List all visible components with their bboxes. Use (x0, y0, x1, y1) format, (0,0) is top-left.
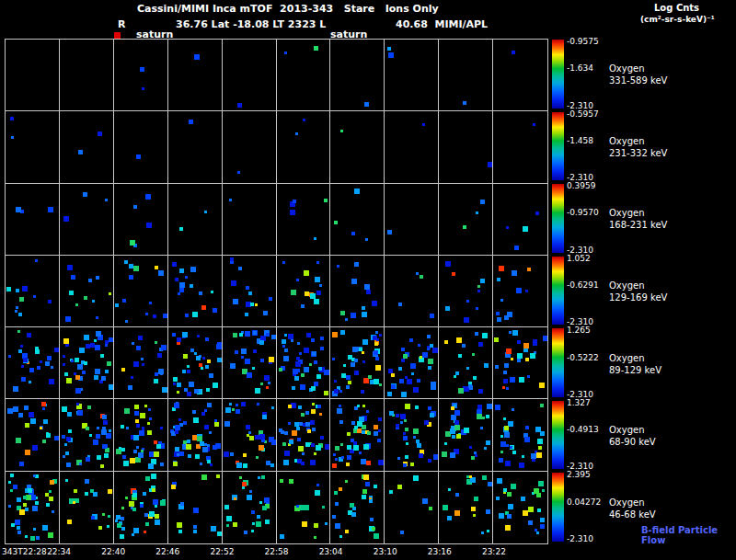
data-pixel (11, 136, 14, 139)
data-pixel (341, 456, 344, 459)
data-pixel (311, 386, 316, 391)
spectrogram-panel (223, 184, 277, 256)
data-pixel (478, 342, 483, 347)
data-pixel (469, 446, 472, 449)
data-pixel (539, 383, 545, 388)
data-pixel (109, 337, 113, 342)
data-pixel (207, 360, 211, 363)
data-pixel (172, 333, 176, 337)
spectrogram-panel (114, 472, 168, 543)
data-pixel (65, 316, 71, 322)
data-pixel (247, 495, 252, 500)
data-pixel (75, 388, 81, 394)
data-pixel (362, 351, 364, 354)
data-pixel (387, 47, 391, 51)
data-pixel (314, 46, 318, 51)
data-pixel (398, 367, 402, 371)
data-pixel (361, 459, 366, 464)
data-pixel (33, 474, 36, 477)
data-pixel (322, 506, 325, 509)
data-pixel (496, 497, 500, 500)
data-pixel (145, 476, 150, 481)
data-pixel (193, 508, 199, 513)
time-tick-label: 22:40 (101, 547, 125, 556)
data-pixel (130, 458, 135, 463)
data-pixel (303, 119, 305, 121)
data-pixel (98, 131, 102, 136)
data-pixel (312, 351, 316, 356)
data-pixel (334, 380, 337, 383)
data-pixel (202, 357, 205, 360)
data-pixel (536, 452, 542, 458)
data-pixel (85, 479, 89, 484)
data-pixel (362, 306, 365, 310)
data-pixel (456, 337, 462, 343)
data-pixel (512, 408, 514, 411)
data-pixel (316, 374, 321, 379)
data-pixel (42, 440, 46, 443)
data-pixel (75, 303, 78, 306)
data-pixel (52, 510, 54, 513)
data-pixel (155, 514, 159, 519)
data-pixel (361, 390, 364, 394)
data-pixel (190, 284, 193, 288)
data-pixel (144, 531, 146, 533)
data-pixel (177, 341, 180, 345)
spectrogram-panel (223, 111, 277, 183)
data-pixel (305, 411, 309, 415)
data-pixel (54, 348, 59, 352)
data-pixel (362, 495, 366, 499)
data-pixel (269, 297, 272, 301)
data-pixel (311, 443, 315, 447)
data-pixel (231, 280, 236, 286)
data-pixel (374, 350, 378, 355)
data-pixel (104, 453, 109, 458)
data-pixel (148, 408, 151, 411)
spectrogram-panel (168, 399, 223, 471)
data-pixel (413, 429, 419, 434)
data-pixel (458, 354, 462, 358)
data-pixel (484, 363, 489, 368)
data-pixel (428, 359, 433, 364)
data-pixel (54, 436, 59, 440)
spectrogram-panel (60, 472, 114, 543)
data-pixel (186, 444, 191, 450)
data-pixel (234, 497, 236, 500)
data-pixel (35, 349, 40, 354)
data-pixel (455, 371, 459, 375)
data-pixel (282, 345, 285, 348)
data-pixel (256, 521, 261, 527)
data-pixel (158, 270, 164, 276)
spectrogram-panel (168, 111, 223, 183)
data-pixel (33, 528, 36, 531)
data-pixel (177, 337, 181, 342)
data-pixel (103, 420, 108, 425)
data-pixel (401, 359, 405, 362)
data-pixel (538, 481, 544, 486)
data-pixel (192, 410, 196, 414)
data-pixel (351, 362, 355, 367)
data-pixel (540, 431, 545, 436)
data-pixel (351, 512, 356, 517)
data-pixel (411, 372, 414, 375)
data-pixel (115, 303, 119, 307)
data-pixel (179, 227, 183, 231)
data-pixel (83, 192, 87, 197)
data-pixel (424, 420, 429, 425)
data-pixel (339, 535, 342, 538)
data-pixel (121, 517, 124, 520)
data-pixel (296, 279, 299, 281)
data-pixel (543, 336, 547, 341)
spectrogram-panel (223, 472, 277, 543)
colorbar-mid-label: -0.4913 (567, 426, 599, 434)
data-pixel (284, 51, 287, 54)
colorbar (552, 401, 564, 470)
time-tick-label: 23:04 (319, 547, 343, 556)
data-pixel (379, 383, 382, 386)
data-pixel (284, 451, 290, 456)
data-pixel (133, 266, 139, 271)
time-tick-label: 22:46 (155, 547, 179, 556)
data-pixel (292, 386, 295, 390)
data-pixel (430, 314, 434, 318)
data-pixel (246, 286, 249, 290)
